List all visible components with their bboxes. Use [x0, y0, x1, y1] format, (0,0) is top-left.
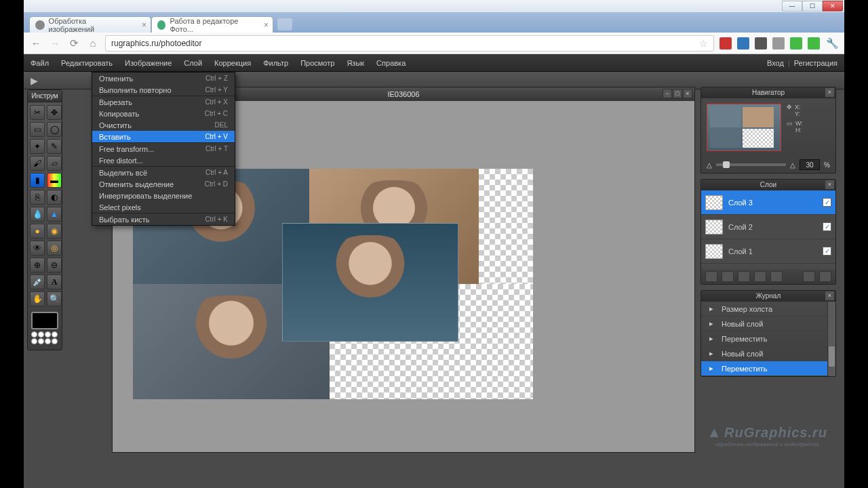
- dodge-tool[interactable]: ◉: [47, 224, 62, 239]
- extension-icon[interactable]: [808, 37, 820, 49]
- marquee-tool[interactable]: ▭: [30, 122, 45, 137]
- sponge-tool[interactable]: ●: [30, 224, 45, 239]
- bookmark-star-icon[interactable]: ☆: [699, 38, 708, 49]
- layer-visibility-checkbox[interactable]: ✓: [823, 222, 831, 231]
- zoom-slider[interactable]: [716, 163, 786, 166]
- menu-correction[interactable]: Коррекция: [214, 59, 251, 67]
- menu-language[interactable]: Язык: [347, 59, 364, 67]
- history-row[interactable]: ▸Новый слой: [701, 346, 835, 361]
- zoom-in-icon[interactable]: △: [790, 161, 795, 169]
- menu-image[interactable]: Изображение: [125, 59, 172, 67]
- navigator-thumbnail[interactable]: [707, 104, 781, 151]
- history-row[interactable]: ▸Переместить: [701, 331, 835, 346]
- doc-maximize-button[interactable]: □: [673, 89, 682, 98]
- bloat-tool[interactable]: ⊕: [30, 258, 45, 272]
- image-layer-selected[interactable]: [282, 223, 458, 342]
- nav-reload-button[interactable]: ⟳: [67, 37, 81, 50]
- replace-tool[interactable]: ◐: [47, 190, 62, 205]
- menu-edit[interactable]: Редактировать: [61, 59, 113, 67]
- color-palette[interactable]: [31, 331, 58, 344]
- menu-item[interactable]: КопироватьCtrl + C: [92, 108, 235, 119]
- browser-tab-active[interactable]: Работа в редакторе Фото... ×: [151, 16, 273, 33]
- zoom-value[interactable]: 30: [800, 159, 820, 170]
- menu-item[interactable]: ОчиститьDEL: [92, 119, 235, 131]
- nav-back-button[interactable]: ←: [29, 37, 43, 50]
- extension-icon[interactable]: [737, 37, 749, 49]
- panel-close-button[interactable]: ×: [825, 88, 834, 97]
- extension-icon[interactable]: [719, 37, 732, 49]
- menu-help[interactable]: Справка: [376, 59, 406, 67]
- move-tool[interactable]: ✥: [47, 105, 62, 120]
- crop-tool[interactable]: ✂: [30, 105, 45, 120]
- extension-icon[interactable]: [755, 37, 767, 49]
- extension-icon[interactable]: [772, 37, 785, 49]
- pinch-tool[interactable]: ⊖: [47, 258, 62, 272]
- zoom-out-icon[interactable]: △: [707, 161, 712, 169]
- hand-tool[interactable]: ✋: [30, 291, 45, 306]
- blur-tool[interactable]: 💧: [30, 207, 45, 222]
- spot-tool[interactable]: ◎: [47, 241, 62, 256]
- redeye-tool[interactable]: 👁: [30, 241, 45, 256]
- panel-close-button[interactable]: ×: [825, 291, 834, 300]
- layer-delete-button[interactable]: [819, 271, 831, 282]
- nav-home-button[interactable]: ⌂: [86, 37, 100, 50]
- brush-tool[interactable]: 🖌: [30, 156, 45, 171]
- menu-item[interactable]: ОтменитьCtrl + Z: [92, 73, 235, 84]
- menu-item[interactable]: Free transform...Ctrl + T: [92, 143, 235, 155]
- menu-item[interactable]: ВставитьCtrl + V: [92, 131, 235, 142]
- window-minimize-button[interactable]: —: [782, 1, 802, 12]
- lasso-tool[interactable]: ◯: [47, 122, 62, 137]
- sharpen-tool[interactable]: ▲: [47, 207, 62, 222]
- layer-new-button[interactable]: [705, 271, 717, 282]
- clone-tool[interactable]: ⎘: [30, 190, 45, 205]
- layer-row[interactable]: Слой 2✓: [701, 215, 835, 239]
- layer-row[interactable]: Слой 1✓: [701, 239, 835, 264]
- menu-item[interactable]: Выделить всёCtrl + A: [92, 167, 235, 178]
- menu-item[interactable]: Инвертировать выделение: [92, 190, 235, 201]
- gradient-tool[interactable]: ▬: [47, 173, 62, 188]
- zoom-tool[interactable]: 🔍: [47, 291, 62, 306]
- doc-minimize-button[interactable]: −: [663, 89, 672, 98]
- menu-item[interactable]: Select pixels: [92, 201, 235, 213]
- wand-tool[interactable]: ✦: [30, 139, 45, 154]
- new-tab-button[interactable]: [277, 18, 292, 30]
- bucket-tool[interactable]: ▮: [30, 173, 45, 188]
- menu-item[interactable]: Free distort...: [92, 155, 235, 166]
- layer-down-button[interactable]: [770, 271, 783, 282]
- menu-view[interactable]: Просмотр: [300, 59, 334, 67]
- history-row[interactable]: ▸Новый слой: [701, 317, 835, 331]
- layer-row[interactable]: Слой 3✓: [701, 190, 835, 215]
- panel-close-button[interactable]: ×: [825, 180, 834, 189]
- menu-file[interactable]: Файл: [31, 59, 49, 67]
- eraser-tool[interactable]: ▱: [47, 156, 62, 171]
- menu-layer[interactable]: Слой: [184, 59, 202, 67]
- url-input[interactable]: rugraphics.ru/photoeditor ☆: [105, 35, 714, 52]
- layer-visibility-checkbox[interactable]: ✓: [823, 198, 831, 207]
- picker-tool[interactable]: 💉: [30, 274, 45, 289]
- nav-forward-button[interactable]: →: [48, 37, 62, 50]
- tab-close-icon[interactable]: ×: [264, 20, 269, 30]
- layer-dup-button[interactable]: [738, 271, 750, 282]
- register-link[interactable]: Регистрация: [794, 59, 837, 67]
- wrench-icon[interactable]: 🔧: [825, 37, 839, 50]
- layer-settings-button[interactable]: [803, 271, 815, 282]
- layer-mask-button[interactable]: [722, 271, 734, 282]
- type-tool[interactable]: A: [47, 274, 62, 289]
- menu-item[interactable]: Выполнить повторноCtrl + Y: [92, 84, 235, 96]
- menu-item[interactable]: Выбрать кистьCtrl + K: [92, 214, 235, 225]
- menu-filter[interactable]: Фильтр: [263, 59, 288, 67]
- login-link[interactable]: Вход: [767, 59, 784, 67]
- window-maximize-button[interactable]: ☐: [802, 1, 823, 12]
- layer-visibility-checkbox[interactable]: ✓: [823, 247, 831, 256]
- pencil-tool[interactable]: ✎: [47, 139, 62, 154]
- doc-close-button[interactable]: ×: [683, 89, 692, 98]
- tab-close-icon[interactable]: ×: [142, 20, 146, 30]
- menu-item[interactable]: ВырезатьCtrl + X: [92, 96, 235, 108]
- layer-up-button[interactable]: [754, 271, 766, 282]
- history-row[interactable]: ▸Переместить: [701, 361, 835, 376]
- history-row[interactable]: ▸Размер холста: [701, 302, 835, 317]
- window-close-button[interactable]: ✕: [823, 1, 843, 12]
- menu-item[interactable]: Отменить выделениеCtrl + D: [92, 178, 235, 190]
- extension-icon[interactable]: [790, 37, 802, 49]
- browser-tab[interactable]: Обработка изображений ×: [29, 16, 151, 33]
